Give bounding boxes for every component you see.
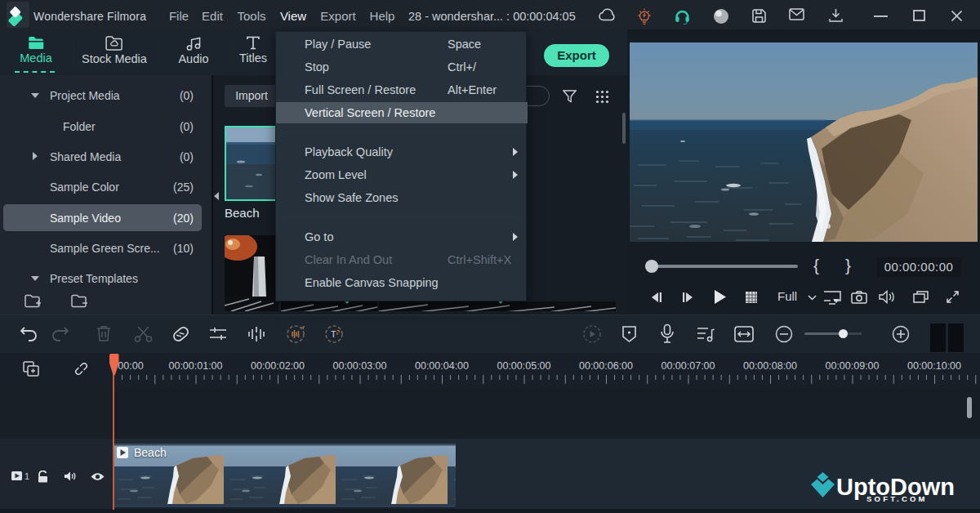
svg-text:1: 1 (24, 471, 29, 481)
svg-text:SOFT.COM: SOFT.COM (866, 494, 928, 503)
svg-text:T: T (331, 329, 336, 339)
